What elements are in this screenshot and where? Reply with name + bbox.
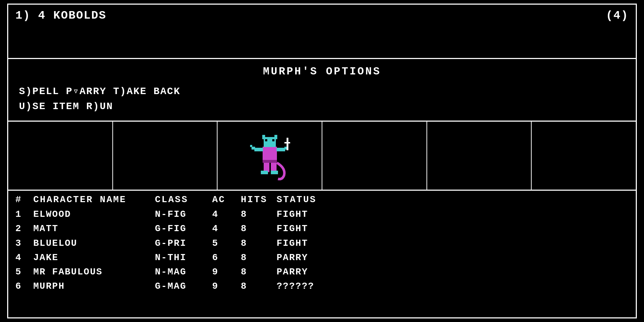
svg-rect-9 — [252, 147, 255, 150]
party-row: 5 MR FABULOUS N-MAG 9 8 PARRY — [15, 265, 629, 279]
encounter-box: 1) 4 KOBOLDS (4) — [7, 4, 637, 59]
member-status: PARRY — [277, 265, 348, 279]
party-row: 4 JAKE N-THI 6 8 PARRY — [15, 250, 629, 265]
options-row2: U)SE ITEM R)UN — [19, 99, 625, 114]
member-status: ?????? — [277, 279, 348, 293]
battle-area — [7, 122, 637, 191]
member-hits: 8 — [241, 250, 277, 265]
party-box: # CHARACTER NAME CLASS AC HITS STATUS 1 … — [7, 191, 637, 318]
member-ac: 4 — [212, 207, 241, 221]
battle-cell-1 — [8, 122, 113, 190]
member-num: 5 — [15, 265, 33, 279]
svg-rect-18 — [263, 160, 277, 163]
svg-rect-4 — [272, 139, 274, 141]
options-row1: S)PELL P▿ARRY T)AKE BACK — [19, 84, 625, 99]
options-box: MURPH'S OPTIONS S)PELL P▿ARRY T)AKE BACK… — [7, 59, 637, 122]
member-class: N-FIG — [155, 207, 212, 221]
party-header: # CHARACTER NAME CLASS AC HITS STATUS — [15, 194, 629, 205]
party-row: 1 ELWOOD N-FIG 4 8 FIGHT — [15, 207, 629, 221]
svg-rect-10 — [250, 145, 252, 147]
member-hits: 8 — [241, 279, 277, 293]
member-hits: 8 — [241, 207, 277, 221]
header-ac: AC — [212, 194, 241, 205]
svg-rect-8 — [277, 148, 285, 151]
member-status: FIGHT — [277, 236, 348, 250]
member-hits: 8 — [241, 221, 277, 236]
member-ac: 5 — [212, 236, 241, 250]
party-row: 3 BLUELOU G-PRI 5 8 FIGHT — [15, 236, 629, 250]
header-hits: HITS — [241, 194, 277, 205]
member-class: N-MAG — [155, 265, 212, 279]
member-ac: 4 — [212, 221, 241, 236]
member-name: JAKE — [33, 250, 155, 265]
member-num: 1 — [15, 207, 33, 221]
encounter-title: 1) 4 KOBOLDS — [15, 9, 106, 22]
svg-rect-16 — [261, 171, 268, 174]
member-class: G-MAG — [155, 279, 212, 293]
member-num: 3 — [15, 236, 33, 250]
svg-rect-3 — [265, 139, 267, 141]
encounter-count: (4) — [606, 9, 629, 22]
svg-rect-12 — [287, 138, 288, 150]
battle-cell-3 — [218, 122, 322, 190]
svg-rect-13 — [284, 142, 290, 143]
battle-cell-4 — [322, 122, 427, 190]
party-rows: 1 ELWOOD N-FIG 4 8 FIGHT 2 MATT G-FIG 4 … — [15, 207, 629, 294]
svg-rect-15 — [271, 162, 277, 172]
member-num: 6 — [15, 279, 33, 293]
header-class: CLASS — [155, 194, 212, 205]
member-status: FIGHT — [277, 207, 348, 221]
member-name: MURPH — [33, 279, 155, 293]
header-num: # — [15, 194, 33, 205]
member-name: MATT — [33, 221, 155, 236]
battle-cell-5 — [427, 122, 532, 190]
member-class: G-PRI — [155, 236, 212, 250]
header-status: STATUS — [277, 194, 348, 205]
member-class: G-FIG — [155, 221, 212, 236]
party-row: 6 MURPH G-MAG 9 8 ?????? — [15, 279, 629, 293]
svg-rect-7 — [254, 148, 263, 151]
battle-cell-2 — [113, 122, 218, 190]
svg-rect-6 — [274, 135, 277, 139]
member-ac: 6 — [212, 250, 241, 265]
member-ac: 9 — [212, 265, 241, 279]
game-screen: 1) 4 KOBOLDS (4) MURPH'S OPTIONS S)PELL … — [0, 0, 644, 322]
svg-rect-2 — [268, 142, 274, 146]
kobold-sprite — [247, 127, 293, 184]
header-name: CHARACTER NAME — [33, 194, 155, 205]
svg-rect-14 — [264, 162, 269, 172]
member-hits: 8 — [241, 236, 277, 250]
member-class: N-THI — [155, 250, 212, 265]
svg-rect-5 — [262, 135, 265, 139]
member-name: ELWOOD — [33, 207, 155, 221]
options-title: MURPH'S OPTIONS — [19, 65, 625, 78]
battle-cell-6 — [532, 122, 636, 190]
svg-rect-17 — [271, 171, 278, 174]
member-num: 4 — [15, 250, 33, 265]
member-name: BLUELOU — [33, 236, 155, 250]
member-status: PARRY — [277, 250, 348, 265]
member-ac: 9 — [212, 279, 241, 293]
party-row: 2 MATT G-FIG 4 8 FIGHT — [15, 221, 629, 236]
member-hits: 8 — [241, 265, 277, 279]
member-name: MR FABULOUS — [33, 265, 155, 279]
member-num: 2 — [15, 221, 33, 236]
member-status: FIGHT — [277, 221, 348, 236]
